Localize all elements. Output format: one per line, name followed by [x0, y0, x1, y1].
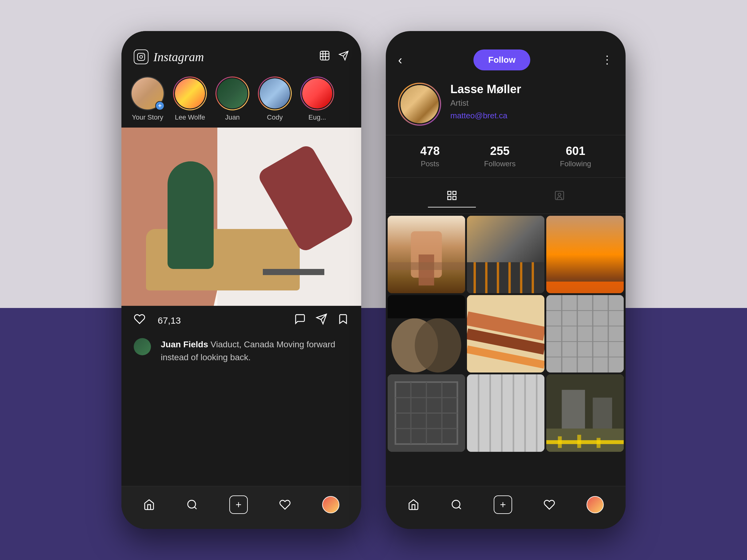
header-actions [319, 50, 349, 63]
svg-rect-3 [320, 51, 329, 60]
post-actions-right [294, 313, 349, 328]
profile-avatar [398, 83, 441, 126]
grid-photo-2[interactable] [467, 216, 544, 293]
post-user-avatar [134, 338, 151, 355]
story-label-eug: Eug... [308, 113, 326, 122]
search-nav-icon[interactable] [186, 499, 198, 510]
post-image [122, 128, 361, 306]
svg-rect-17 [453, 191, 456, 195]
svg-point-1 [139, 55, 142, 58]
grid-photo-7[interactable] [388, 374, 465, 452]
svg-rect-70 [562, 390, 585, 428]
heart-nav-icon[interactable] [279, 499, 291, 510]
search-nav-icon-2[interactable] [450, 499, 462, 510]
svg-rect-44 [546, 295, 624, 373]
comment-icon[interactable] [294, 313, 306, 328]
add-nav-button[interactable] [229, 496, 248, 514]
svg-line-77 [459, 507, 461, 509]
profile-nav-avatar[interactable] [322, 496, 339, 513]
home-nav-icon-2[interactable] [408, 499, 419, 510]
profile-section: Lasse Møller Artist matteo@bret.ca [386, 77, 625, 135]
profile-name: Lasse Møller [450, 83, 613, 96]
stat-following[interactable]: 601 Following [560, 144, 591, 168]
svg-rect-71 [593, 398, 612, 429]
story-item-cody[interactable]: Cody [258, 77, 292, 122]
profile-role: Artist [450, 98, 613, 108]
post-caption: Juan Fields Viaduct, Canada Moving forwa… [122, 335, 361, 373]
share-icon[interactable] [316, 313, 327, 328]
story-item-juan[interactable]: Juan [215, 77, 249, 122]
posts-label: Posts [420, 160, 440, 168]
home-nav-icon[interactable] [143, 499, 155, 510]
svg-line-13 [194, 507, 197, 509]
following-label: Following [560, 160, 591, 168]
profile-tabs [386, 181, 625, 214]
grid-photo-4[interactable] [388, 295, 465, 373]
svg-rect-25 [388, 262, 465, 270]
instagram-wordmark: Instagram [153, 50, 204, 64]
post-actions: 67,13 [122, 306, 361, 335]
profile-email[interactable]: matteo@bret.ca [450, 111, 613, 121]
followers-count: 255 [484, 144, 516, 158]
like-icon[interactable] [134, 313, 146, 328]
instagram-icon [134, 50, 149, 64]
heart-nav-icon-2[interactable] [543, 499, 555, 510]
svg-rect-0 [137, 53, 145, 60]
logo-area: Instagram [134, 50, 204, 64]
phone-profile: ‹ Follow ⋮ Lasse Møller Artist matteo@br… [386, 31, 625, 529]
stats-row: 478 Posts 255 Followers 601 Following [386, 135, 625, 178]
phone-feed: Instagram [122, 31, 361, 529]
svg-point-76 [452, 500, 460, 508]
svg-point-21 [558, 193, 561, 196]
story-item-lee-wolfe[interactable]: Lee Wolfe [173, 77, 207, 122]
follow-button[interactable]: Follow [473, 50, 530, 71]
profile-topbar: ‹ Follow ⋮ [386, 31, 625, 77]
story-label-cody: Cody [267, 113, 283, 122]
photo-grid [386, 214, 625, 454]
svg-rect-39 [388, 295, 465, 318]
grid-photo-6[interactable] [546, 295, 624, 373]
grid-photo-5[interactable] [467, 295, 544, 373]
post-actions-left: 67,13 [134, 313, 181, 328]
tab-tagged[interactable] [536, 187, 584, 208]
grid-photo-1[interactable] [388, 216, 465, 293]
add-nav-button-2[interactable] [494, 496, 512, 514]
story-item-your-story[interactable]: + Your Story [131, 77, 164, 122]
svg-rect-20 [556, 191, 564, 200]
post-caption-text: Juan Fields Viaduct, Canada Moving forwa… [161, 340, 335, 362]
svg-rect-16 [448, 191, 451, 195]
post-username: Juan Fields [161, 340, 208, 349]
svg-point-38 [415, 318, 461, 373]
svg-rect-19 [453, 196, 456, 200]
svg-rect-18 [448, 196, 451, 200]
profile-nav-avatar-2[interactable] [587, 496, 604, 513]
tab-grid[interactable] [428, 187, 476, 208]
followers-label: Followers [484, 160, 516, 168]
likes-count: 67,13 [158, 315, 181, 326]
add-story-button[interactable]: + [155, 101, 164, 110]
back-button[interactable]: ‹ [398, 53, 402, 67]
posts-count: 478 [420, 144, 440, 158]
svg-point-12 [188, 500, 196, 508]
stories-row: + Your Story Lee Wolfe Juan [122, 71, 361, 128]
story-label-your-story: Your Story [132, 113, 163, 122]
grid-photo-8[interactable] [467, 374, 544, 452]
svg-rect-74 [577, 435, 581, 448]
more-options-button[interactable]: ⋮ [601, 53, 613, 66]
bookmark-icon[interactable] [337, 313, 349, 328]
grid-photo-3[interactable] [546, 216, 624, 293]
svg-rect-24 [419, 255, 434, 286]
story-label-lee-wolfe: Lee Wolfe [175, 113, 205, 122]
reels-icon[interactable] [319, 50, 330, 63]
send-icon[interactable] [338, 50, 349, 63]
svg-rect-73 [558, 436, 562, 448]
caption-content: Juan Fields Viaduct, Canada Moving forwa… [161, 338, 349, 364]
feed-bottom-nav [122, 486, 361, 529]
stat-posts: 478 Posts [420, 144, 440, 168]
stat-followers[interactable]: 255 Followers [484, 144, 516, 168]
story-item-eug[interactable]: Eug... [300, 77, 334, 122]
following-count: 601 [560, 144, 591, 158]
profile-bottom-nav [386, 486, 625, 529]
grid-photo-9[interactable] [546, 374, 624, 452]
svg-point-2 [143, 54, 143, 55]
